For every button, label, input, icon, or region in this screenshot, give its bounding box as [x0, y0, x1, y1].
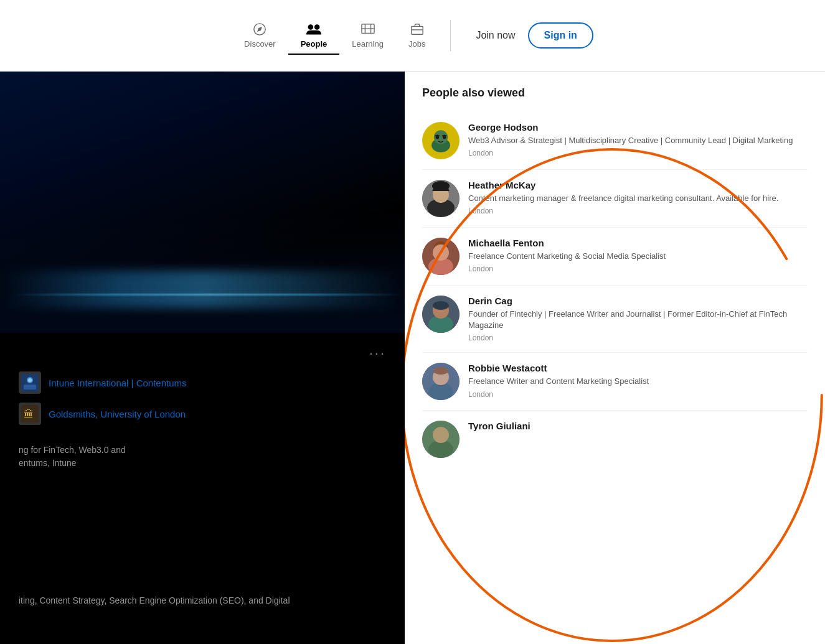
person-name-george: George Hodson	[468, 122, 808, 133]
person-name-tyron: Tyron Giuliani	[468, 421, 808, 431]
briefcase-icon	[410, 22, 425, 37]
person-info-robbie: Robbie Westacott Freelance Writer and Co…	[468, 363, 808, 400]
avatar-tyron	[422, 421, 460, 458]
compass-icon	[252, 22, 267, 37]
person-title-george: Web3 Advisor & Strategist | Multidiscipl…	[468, 135, 808, 146]
people-icon	[306, 22, 321, 37]
avatar-robbie	[422, 363, 460, 400]
svg-point-34	[428, 441, 453, 458]
svg-point-17	[443, 136, 446, 139]
section-title: People also viewed	[422, 86, 808, 100]
avatar-heather	[422, 180, 460, 217]
company-link-intune[interactable]: Intune International | Contentums	[19, 371, 386, 394]
intune-label: Intune International | Contentums	[49, 378, 187, 388]
main-content: ··· Intune International | Contentums	[0, 72, 825, 644]
sign-in-button[interactable]: Sign in	[528, 22, 593, 49]
person-location-robbie: London	[468, 390, 808, 399]
person-title-michaella: Freelance Content Marketing & Social Med…	[468, 251, 808, 262]
skills-text-1: ng for FinTech, Web3.0 and entums, Intun…	[19, 444, 386, 470]
person-item-robbie[interactable]: Robbie Westacott Freelance Writer and Co…	[422, 353, 808, 411]
person-location-heather: London	[468, 207, 808, 215]
person-item-george[interactable]: George Hodson Web3 Advisor & Strategist …	[422, 112, 808, 170]
nav-items: Discover People Learning	[232, 17, 593, 55]
svg-point-24	[433, 245, 449, 261]
svg-point-3	[314, 24, 320, 30]
left-panel: ··· Intune International | Contentums	[0, 72, 405, 644]
goldsmiths-label: Goldsmiths, University of London	[49, 409, 186, 419]
person-info-tyron: Tyron Giuliani	[468, 421, 808, 458]
intune-logo	[19, 371, 41, 394]
svg-marker-1	[258, 27, 263, 32]
person-title-derin: Founder of Fintechly | Freelance Writer …	[468, 309, 808, 331]
learning-label: Learning	[352, 39, 384, 49]
person-name-robbie: Robbie Westacott	[468, 363, 808, 373]
svg-point-28	[433, 301, 449, 310]
hero-image	[0, 72, 405, 333]
goldsmiths-logo: 🏛	[19, 403, 41, 425]
svg-point-16	[436, 136, 440, 139]
avatar-michaella	[422, 238, 460, 275]
person-item-tyron[interactable]: Tyron Giuliani	[422, 411, 808, 460]
people-label: People	[301, 39, 328, 49]
skills-text-2: iting, Content Strategy, Search Engine O…	[19, 594, 386, 607]
discover-label: Discover	[244, 39, 276, 49]
person-title-heather: Content marketing manager & freelance di…	[468, 193, 808, 204]
person-item-heather[interactable]: Heather McKay Content marketing manager …	[422, 170, 808, 228]
person-item-derin[interactable]: Derin Cag Founder of Fintechly | Freelan…	[422, 286, 808, 353]
nav-item-jobs[interactable]: Jobs	[396, 17, 438, 55]
join-now-button[interactable]: Join now	[463, 25, 527, 46]
person-info-derin: Derin Cag Founder of Fintechly | Freelan…	[468, 296, 808, 342]
navbar: Discover People Learning	[0, 0, 825, 72]
svg-point-32	[433, 367, 448, 375]
person-location-george: London	[468, 149, 808, 157]
person-name-michaella: Michaella Fenton	[468, 238, 808, 248]
learning-icon	[361, 22, 375, 37]
svg-rect-5	[411, 26, 422, 34]
person-name-heather: Heather McKay	[468, 180, 808, 190]
profile-section: ··· Intune International | Contentums	[0, 333, 405, 620]
person-item-michaella[interactable]: Michaella Fenton Freelance Content Marke…	[422, 228, 808, 286]
jobs-label: Jobs	[408, 39, 425, 49]
person-title-robbie: Freelance Writer and Content Marketing S…	[468, 376, 808, 387]
person-info-michaella: Michaella Fenton Freelance Content Marke…	[468, 238, 808, 275]
svg-point-2	[308, 24, 314, 30]
svg-point-35	[433, 427, 449, 443]
person-location-michaella: London	[468, 264, 808, 273]
svg-text:🏛: 🏛	[24, 409, 34, 419]
svg-rect-9	[24, 385, 36, 390]
hero-glow	[0, 271, 405, 308]
person-name-derin: Derin Cag	[468, 296, 808, 306]
nav-item-discover[interactable]: Discover	[232, 17, 288, 55]
person-list: George Hodson Web3 Advisor & Strategist …	[422, 112, 808, 460]
avatar-derin	[422, 296, 460, 333]
dots-menu[interactable]: ···	[19, 345, 386, 362]
right-panel: People also viewed	[405, 72, 825, 644]
nav-divider	[450, 20, 451, 51]
nav-item-learning[interactable]: Learning	[339, 17, 396, 55]
avatar-george	[422, 122, 460, 159]
company-link-goldsmiths[interactable]: 🏛 Goldsmiths, University of London	[19, 403, 386, 425]
company-links: Intune International | Contentums 🏛 Gold…	[19, 371, 386, 425]
person-info-heather: Heather McKay Content marketing manager …	[468, 180, 808, 217]
nav-item-people[interactable]: People	[288, 17, 340, 55]
svg-point-30	[428, 383, 453, 400]
svg-point-10	[28, 378, 32, 382]
person-info-george: George Hodson Web3 Advisor & Strategist …	[468, 122, 808, 159]
person-location-derin: London	[468, 334, 808, 342]
